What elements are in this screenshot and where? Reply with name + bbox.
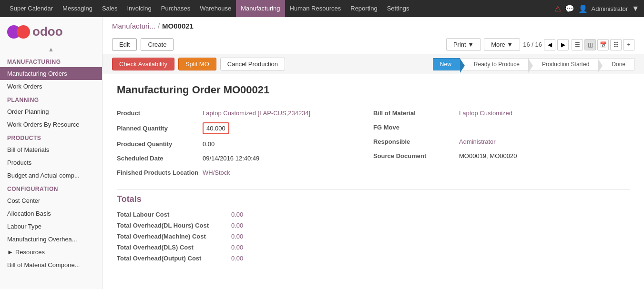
form-left-column: Product Laptop Customized [LAP-CUS,23423…	[117, 106, 373, 179]
responsible-label: Responsible	[373, 138, 459, 145]
sidebar-item-cost-center[interactable]: Cost Center	[0, 194, 102, 207]
sidebar-item-work-orders[interactable]: Work Orders	[0, 80, 102, 93]
odoo-logo: odoo	[0, 17, 102, 44]
totals-row-overhead-machine: Total Overhead(Machine) Cost 0.00	[117, 231, 630, 242]
form-row-fg-move: FG Move	[373, 120, 630, 134]
total-overhead-machine-value: 0.00	[231, 233, 243, 240]
admin-label[interactable]: Administrator	[592, 5, 628, 12]
sidebar-item-products[interactable]: Products	[0, 156, 102, 169]
sidebar-item-work-orders-by-resource[interactable]: Work Orders By Resource	[0, 118, 102, 131]
sidebar-section-planning: Planning Order Planning Work Orders By R…	[0, 93, 102, 131]
cancel-production-button[interactable]: Cancel Production	[220, 58, 285, 70]
sidebar-item-bom-components[interactable]: Bill of Material Compone...	[0, 259, 102, 271]
sidebar-item-manufacturing-orders[interactable]: Manufacturing Orders	[0, 67, 102, 80]
fg-move-label: FG Move	[373, 124, 459, 131]
sidebar-item-budget-actual[interactable]: Budget and Actual comp...	[0, 169, 102, 182]
check-availability-button[interactable]: Check Availability	[112, 58, 174, 70]
sidebar-section-title-configuration: Configuration	[0, 182, 102, 194]
top-navigation: Super Calendar Messaging Sales Invoicing…	[0, 0, 644, 17]
sidebar-item-bill-of-materials[interactable]: Bill of Materials	[0, 143, 102, 156]
extra-view-button[interactable]: +	[623, 39, 634, 50]
list-view-button[interactable]: ☰	[572, 39, 583, 50]
finished-location-value[interactable]: WH/Stock	[203, 169, 230, 176]
planned-qty-value: 40.000	[206, 125, 225, 132]
nav-item-sales[interactable]: Sales	[97, 0, 123, 17]
source-document-label: Source Document	[373, 152, 459, 159]
status-step-ready[interactable]: Ready to Produce	[460, 58, 529, 70]
nav-item-purchases[interactable]: Purchases	[156, 0, 195, 17]
graph-view-button[interactable]: ☷	[610, 39, 622, 50]
totals-title: Totals	[117, 194, 630, 204]
planned-qty-highlighted[interactable]: 40.000	[203, 122, 229, 134]
finished-location-label: Finished Products Location	[117, 169, 203, 176]
admin-dropdown-icon[interactable]: ▼	[632, 4, 639, 13]
sidebar-item-allocation-basis[interactable]: Allocation Basis	[0, 207, 102, 220]
edit-button[interactable]: Edit	[112, 38, 137, 51]
form-row-bom: Bill of Material Laptop Customized	[373, 106, 630, 120]
sidebar-section-manufacturing: Manufacturing Manufacturing Orders Work …	[0, 55, 102, 93]
status-step-new[interactable]: New	[433, 58, 460, 70]
status-step-started[interactable]: Production Started	[528, 58, 598, 70]
totals-row-overhead-output: Total Overhead(Output) Cost 0.00	[117, 253, 630, 264]
next-page-button[interactable]: ▶	[557, 39, 569, 50]
view-icons: ☰ ◫ 📅 ☷ +	[572, 39, 634, 50]
nav-item-super-calendar[interactable]: Super Calendar	[5, 0, 58, 17]
page-navigation: 16 / 16 ◀ ▶	[523, 39, 569, 50]
produced-qty-value: 0.00	[203, 140, 215, 148]
split-mo-button[interactable]: Split MO	[178, 58, 216, 70]
sidebar-item-labour-type[interactable]: Labour Type	[0, 220, 102, 233]
avatar[interactable]: 👤	[578, 4, 588, 13]
nav-item-hr[interactable]: Human Resources	[285, 0, 346, 17]
page-info: 16 / 16	[523, 41, 542, 48]
planned-qty-label: Planned Quantity	[117, 125, 203, 132]
nav-item-manufacturing[interactable]: Manufacturing	[236, 0, 285, 17]
sidebar-section-products: Products Bill of Materials Products Budg…	[0, 131, 102, 182]
sidebar-section-title-products: Products	[0, 131, 102, 143]
nav-item-warehouse[interactable]: Warehouse	[195, 0, 236, 17]
sidebar-section-configuration: Configuration Cost Center Allocation Bas…	[0, 182, 102, 271]
form-row-planned-qty: Planned Quantity 40.000	[117, 120, 373, 137]
sidebar-item-manufacturing-overhead[interactable]: Manufacturing Overhea...	[0, 233, 102, 246]
nav-item-reporting[interactable]: Reporting	[346, 0, 382, 17]
logo-text: odoo	[32, 24, 63, 39]
nav-item-messaging[interactable]: Messaging	[58, 0, 97, 17]
breadcrumb-separator: /	[158, 22, 160, 30]
warning-icon[interactable]: ⚠	[554, 4, 561, 13]
totals-section: Totals Total Labour Cost 0.00 Total Over…	[117, 194, 630, 264]
chevron-right-icon: ►	[7, 249, 13, 256]
total-labour-label: Total Labour Cost	[117, 211, 231, 218]
sidebar-item-resources[interactable]: ►Resources	[0, 246, 102, 259]
prev-page-button[interactable]: ◀	[544, 39, 555, 50]
form-row-produced-qty: Produced Quantity 0.00	[117, 137, 373, 151]
form-row-responsible: Responsible Administrator	[373, 134, 630, 149]
status-step-done[interactable]: Done	[598, 58, 634, 70]
bom-value[interactable]: Laptop Customized	[459, 110, 512, 117]
status-bar: New Ready to Produce Production Started …	[433, 58, 634, 70]
total-overhead-output-label: Total Overhead(Output) Cost	[117, 255, 231, 262]
product-value[interactable]: Laptop Customized [LAP-CUS,234234]	[203, 110, 310, 117]
nav-item-invoicing[interactable]: Invoicing	[122, 0, 156, 17]
sidebar-section-title-planning: Planning	[0, 93, 102, 105]
form-row-finished-location: Finished Products Location WH/Stock	[117, 165, 373, 179]
produced-qty-label: Produced Quantity	[117, 140, 203, 148]
content-area: Manufacturi... / MO00021 Edit Create Pri…	[102, 17, 644, 289]
toolbar: Edit Create Print ▼ More ▼ 16 / 16 ◀ ▶ ☰…	[102, 35, 644, 54]
more-button[interactable]: More ▼	[484, 38, 520, 51]
responsible-value[interactable]: Administrator	[459, 138, 496, 145]
chat-icon[interactable]: 💬	[565, 4, 574, 13]
total-overhead-dl-value: 0.00	[231, 222, 243, 229]
form-content: Manufacturing Order MO00021 Product Lapt…	[102, 74, 644, 289]
total-overhead-dl-label: Total Overhead(DL Hours) Cost	[117, 222, 231, 229]
sidebar-item-order-planning[interactable]: Order Planning	[0, 105, 102, 118]
create-button[interactable]: Create	[141, 38, 174, 51]
breadcrumb-link[interactable]: Manufacturi...	[112, 22, 155, 30]
nav-item-settings[interactable]: Settings	[382, 0, 414, 17]
form-row-scheduled-date: Scheduled Date 09/14/2016 12:40:49	[117, 151, 373, 165]
sidebar-scroll-up[interactable]: ▲	[0, 44, 102, 55]
calendar-view-button[interactable]: 📅	[597, 39, 609, 50]
print-button[interactable]: Print ▼	[446, 38, 481, 51]
total-labour-value: 0.00	[231, 211, 243, 218]
scheduled-date-label: Scheduled Date	[117, 155, 203, 162]
form-view-button[interactable]: ◫	[584, 39, 596, 50]
total-overhead-dls-value: 0.00	[231, 244, 243, 251]
